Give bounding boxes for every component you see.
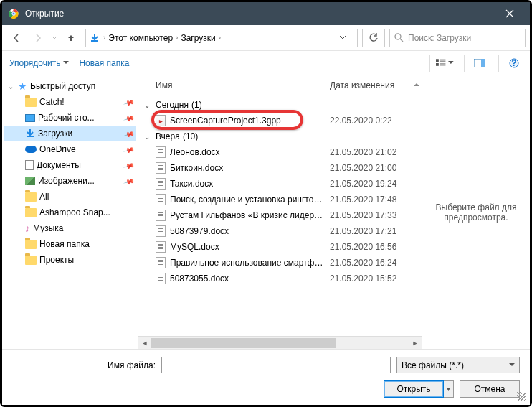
sidebar: ⌄ ★ Быстрый доступ Catch! 📌 Рабочий сто.…: [2, 75, 138, 349]
docx-file-icon: [156, 241, 166, 253]
docx-file-icon: [156, 162, 166, 174]
file-row[interactable]: Биткоин.docx21.05.2020 21:00: [138, 160, 422, 176]
newfolder-button[interactable]: Новая папка: [79, 58, 129, 68]
folder-icon: [25, 256, 37, 265]
chevron-down-icon: ⌄: [144, 101, 153, 109]
scroll-up-button[interactable]: [412, 75, 422, 95]
preview-message: Выберите файл для предпросмотра.: [429, 202, 523, 223]
back-button[interactable]: [6, 29, 27, 47]
breadcrumb-root[interactable]: Этот компьютер: [108, 33, 173, 43]
svg-point-3: [395, 34, 401, 39]
sidebar-item[interactable]: Изображени... 📌: [4, 173, 136, 189]
column-headers: Имя Дата изменения: [138, 75, 422, 95]
preview-pane-button[interactable]: [464, 55, 488, 72]
docx-file-icon: [156, 210, 166, 221]
sidebar-item[interactable]: Рабочий сто... 📌: [4, 110, 136, 126]
search-input[interactable]: Поиск: Загрузки: [389, 29, 526, 47]
svg-rect-5: [436, 63, 439, 66]
sidebar-item[interactable]: Новая папка: [4, 236, 136, 252]
group-header[interactable]: ⌄ Вчера (10): [138, 128, 422, 144]
bottom-panel: Имя файла: Все файлы (*.*) Открыть ▼ Отм…: [2, 349, 530, 405]
chevron-down-icon: [509, 363, 515, 367]
sidebar-item[interactable]: Ashampoo Snap...: [4, 205, 136, 220]
cancel-button[interactable]: Отмена: [460, 380, 520, 398]
sidebar-item[interactable]: Catch! 📌: [4, 94, 136, 110]
pin-icon: 📌: [123, 144, 135, 155]
scrollbar-thumb[interactable]: [151, 338, 336, 348]
pin-icon: 📌: [123, 96, 135, 108]
refresh-button[interactable]: [362, 29, 385, 47]
search-placeholder: Поиск: Загрузки: [408, 33, 471, 43]
open-button[interactable]: Открыть: [384, 380, 444, 398]
docx-file-icon: [156, 225, 166, 237]
breadcrumb-folder[interactable]: Загрузки: [181, 33, 215, 43]
pin-icon: 📌: [123, 128, 135, 139]
sidebar-item[interactable]: All: [4, 189, 136, 205]
address-dropdown[interactable]: [340, 36, 354, 39]
pin-icon: 📌: [123, 112, 135, 123]
filename-label: Имя файла:: [12, 360, 156, 370]
chevron-down-icon: ⌄: [144, 133, 153, 141]
svg-rect-7: [481, 59, 485, 67]
file-row[interactable]: 50873055.docx21.05.2020 15:52: [138, 271, 422, 286]
folder-icon: [25, 98, 37, 107]
file-row[interactable]: Леонов.docx21.05.2020 21:02: [138, 144, 422, 160]
docx-file-icon: [156, 257, 166, 268]
chevron-right-icon: ›: [103, 34, 105, 42]
up-button[interactable]: [61, 29, 81, 47]
file-row[interactable]: 50873979.docx21.05.2020 17:21: [138, 223, 422, 239]
svg-point-2: [12, 12, 15, 15]
desktop-icon: [25, 114, 35, 122]
column-name[interactable]: Имя: [144, 80, 330, 90]
music-icon: ♪: [25, 223, 30, 234]
folder-icon: [25, 208, 37, 217]
scrollbar-track[interactable]: [151, 337, 409, 350]
pin-icon: 📌: [123, 159, 135, 171]
documents-icon: [25, 160, 34, 170]
file-row[interactable]: Такси.docx21.05.2020 19:24: [138, 176, 422, 192]
chevron-right-icon: ›: [176, 34, 178, 42]
group-header[interactable]: ⌄ Сегодня (1): [138, 97, 422, 113]
recent-dropdown[interactable]: [49, 29, 60, 47]
filename-input[interactable]: [161, 357, 391, 373]
file-row[interactable]: MySQL.docx21.05.2020 16:56: [138, 239, 422, 255]
resize-grip[interactable]: [517, 392, 526, 401]
file-rows: ⌄ Сегодня (1) ScreenCaptureProject1.3gpp…: [138, 95, 422, 336]
folder-icon: [25, 240, 37, 249]
svg-text:?: ?: [511, 58, 516, 68]
sidebar-item[interactable]: Проекты: [4, 252, 136, 268]
column-date[interactable]: Дата изменения: [330, 80, 416, 90]
filetype-select[interactable]: Все файлы (*.*): [396, 357, 520, 373]
organize-menu[interactable]: Упорядочить: [9, 58, 69, 68]
scroll-right-button[interactable]: ►: [409, 337, 422, 350]
horizontal-scrollbar[interactable]: ◄ ►: [138, 336, 422, 349]
forward-button[interactable]: [28, 29, 48, 47]
downloads-icon: [25, 128, 35, 139]
close-button[interactable]: [495, 4, 524, 24]
file-row[interactable]: Рустам Гильфанов «В кризис лидеры д...21…: [138, 207, 422, 223]
chevron-down-icon: ⌄: [6, 83, 15, 90]
address-bar[interactable]: › Этот компьютер › Загрузки ›: [85, 29, 358, 47]
sidebar-item[interactable]: ♪ Музыка: [4, 220, 136, 236]
star-icon: ★: [18, 80, 27, 92]
pictures-icon: [25, 177, 35, 185]
file-row[interactable]: ScreenCaptureProject1.3gpp 22.05.2020 0:…: [138, 113, 422, 128]
chevron-right-icon: ›: [219, 34, 221, 42]
navbar: › Этот компьютер › Загрузки › Поиск: Заг…: [2, 25, 530, 51]
scroll-left-button[interactable]: ◄: [138, 337, 151, 350]
sidebar-item[interactable]: Документы 📌: [4, 157, 136, 173]
sidebar-item[interactable]: OneDrive 📌: [4, 141, 136, 157]
file-list: Имя Дата изменения ⌄ Сегодня (1) ScreenC…: [138, 75, 422, 349]
file-row[interactable]: Поиск, создание и установка рингтоно...2…: [138, 192, 422, 207]
onedrive-icon: [25, 146, 37, 153]
chevron-down-icon: [63, 61, 69, 65]
help-button[interactable]: ?: [498, 55, 523, 72]
downloads-icon: [89, 32, 100, 44]
content-area: ⌄ ★ Быстрый доступ Catch! 📌 Рабочий сто.…: [2, 75, 530, 349]
sidebar-item-downloads[interactable]: Загрузки 📌: [4, 126, 136, 141]
view-options-button[interactable]: [429, 55, 454, 72]
open-dropdown[interactable]: ▼: [444, 380, 454, 398]
search-icon: [394, 33, 404, 42]
file-row[interactable]: Правильное использование смартфон...21.0…: [138, 255, 422, 271]
quickaccess-node[interactable]: ⌄ ★ Быстрый доступ: [4, 78, 136, 94]
